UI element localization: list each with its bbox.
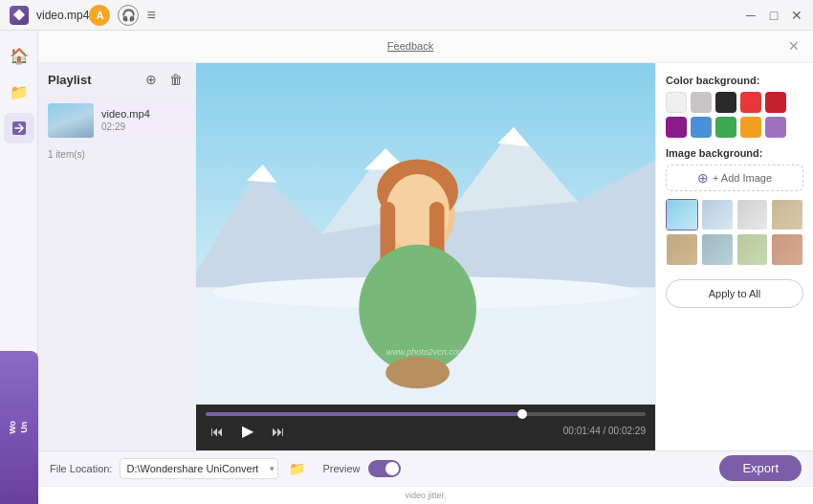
playlist-thumbnail	[48, 103, 94, 138]
export-button[interactable]: Export	[719, 455, 802, 481]
main-content: Feedback ✕ Playlist ⊕ 🗑 video.mp4 02	[38, 31, 813, 504]
panel-header: Feedback ✕	[38, 31, 813, 63]
color-swatch-3[interactable]	[740, 92, 761, 113]
color-grid	[666, 92, 803, 138]
app-window: 🏠 📁 WoUn Feedback ✕ Playlist	[0, 31, 813, 504]
bottom-bar: File Location: ▾ 📁 Preview Export	[38, 450, 813, 486]
progress-thumb[interactable]	[517, 409, 527, 419]
playlist-add-button[interactable]: ⊕	[142, 70, 161, 89]
color-bg-section: Color background:	[666, 75, 803, 138]
progress-bar[interactable]	[206, 412, 646, 416]
sidebar-item-home[interactable]: 🏠	[4, 40, 34, 71]
sidebar: 🏠 📁 WoUn	[0, 31, 38, 504]
hamburger-icon[interactable]: ≡	[146, 7, 155, 24]
video-player: www.photo2vcn.com	[196, 63, 655, 405]
time-display: 00:01:44 / 00:02:29	[563, 426, 646, 436]
color-swatch-1[interactable]	[691, 92, 712, 113]
color-swatch-9[interactable]	[765, 117, 786, 138]
playlist-delete-button[interactable]: 🗑	[166, 70, 186, 89]
preview-toggle[interactable]	[368, 460, 401, 477]
color-swatch-4[interactable]	[765, 92, 786, 113]
file-location-input[interactable]	[120, 458, 278, 479]
playlist-item[interactable]: video.mp4 02:29	[38, 98, 195, 143]
video-area: www.photo2vcn.com ⏮ ▶ ⏭ 00:01:44 /	[196, 63, 655, 450]
bg-thumb-7[interactable]	[771, 233, 803, 266]
image-thumbs-grid	[666, 199, 803, 267]
color-swatch-8[interactable]	[740, 117, 761, 138]
color-swatch-7[interactable]	[715, 117, 736, 138]
video-watermark: www.photo2vcn.com	[386, 347, 466, 357]
title-bar-icons: A 🎧 ≡	[89, 5, 155, 26]
window-controls: ─ □ ✕	[744, 9, 803, 22]
add-image-button[interactable]: ⊕ + Add Image	[666, 164, 803, 191]
playlist-panel: Playlist ⊕ 🗑 video.mp4 02:29 1 item(s)	[38, 63, 196, 450]
image-bg-title: Image background:	[666, 147, 803, 159]
image-bg-section: Image background: ⊕ + Add Image	[666, 147, 803, 267]
progress-fill	[206, 412, 522, 416]
app-icon	[10, 6, 29, 25]
current-time: 00:01:44	[563, 426, 601, 436]
notice-text: video jitter.	[405, 491, 446, 500]
chevron-down-icon: ▾	[270, 464, 275, 473]
headset-icon[interactable]: 🎧	[118, 5, 139, 26]
bg-thumb-0[interactable]	[666, 199, 698, 231]
promo-text: WoUn	[8, 421, 30, 434]
panel-body: Playlist ⊕ 🗑 video.mp4 02:29 1 item(s)	[38, 63, 813, 450]
video-controls: ⏮ ▶ ⏭ 00:01:44 / 00:02:29	[196, 405, 655, 450]
playlist-item-name: video.mp4	[101, 108, 186, 120]
prev-button[interactable]: ⏮	[206, 420, 229, 443]
add-icon: ⊕	[697, 170, 709, 186]
next-button[interactable]: ⏭	[267, 420, 290, 443]
sidebar-item-files[interactable]: 📁	[4, 77, 34, 107]
bg-thumb-5[interactable]	[701, 233, 734, 266]
total-time: 00:02:29	[608, 426, 646, 436]
bg-thumb-1[interactable]	[701, 199, 734, 231]
playlist-count: 1 item(s)	[38, 143, 195, 165]
playlist-title: Playlist	[48, 73, 136, 87]
panel-close-button[interactable]: ✕	[786, 38, 802, 54]
bg-thumb-4[interactable]	[666, 233, 698, 266]
title-bar-left: video.mp4	[10, 6, 89, 25]
maximize-button[interactable]: □	[767, 9, 780, 22]
feedback-link[interactable]: Feedback	[387, 40, 433, 52]
file-location-wrapper: ▾	[120, 458, 278, 479]
bg-thumb-6[interactable]	[736, 233, 769, 266]
svg-point-16	[385, 356, 450, 387]
preview-label: Preview	[322, 463, 360, 474]
right-panel: Color background: I	[655, 63, 813, 450]
bg-thumb-2[interactable]	[736, 199, 769, 231]
file-location-label: File Location:	[50, 463, 112, 474]
color-bg-title: Color background:	[666, 75, 803, 86]
toggle-thumb	[385, 462, 399, 475]
title-bar: video.mp4 A 🎧 ≡ ─ □ ✕	[0, 0, 813, 31]
color-swatch-2[interactable]	[715, 92, 736, 113]
controls-row: ⏮ ▶ ⏭ 00:01:44 / 00:02:29	[206, 420, 646, 443]
sidebar-promo-card[interactable]: WoUn	[0, 351, 38, 504]
color-swatch-5[interactable]	[666, 117, 687, 138]
color-swatch-6[interactable]	[691, 117, 712, 138]
window-title: video.mp4	[36, 9, 89, 22]
apply-to-all-button[interactable]: Apply to All	[666, 279, 803, 308]
playlist-item-info: video.mp4 02:29	[101, 108, 186, 132]
browse-folder-button[interactable]: 📁	[286, 458, 307, 479]
play-button[interactable]: ▶	[236, 420, 259, 443]
close-button[interactable]: ✕	[790, 9, 803, 22]
bg-thumb-3[interactable]	[771, 199, 803, 231]
add-image-label: + Add Image	[713, 172, 772, 184]
user-avatar[interactable]: A	[89, 5, 110, 26]
notice-bar: video jitter.	[38, 486, 813, 504]
minimize-button[interactable]: ─	[744, 9, 758, 22]
playlist-item-duration: 02:29	[101, 121, 186, 132]
playlist-header: Playlist ⊕ 🗑	[38, 63, 195, 98]
color-swatch-0[interactable]	[666, 92, 687, 113]
sidebar-item-convert[interactable]	[4, 113, 34, 143]
